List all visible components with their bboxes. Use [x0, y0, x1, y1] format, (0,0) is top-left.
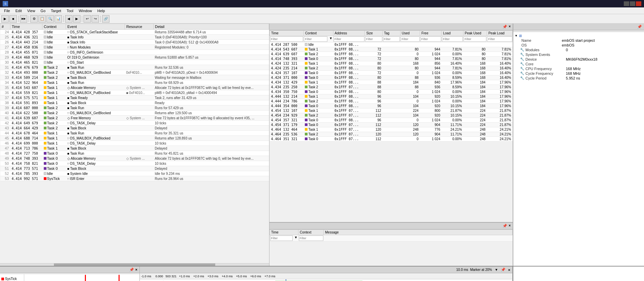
toolbar-btn-2[interactable]: ■	[9, 15, 17, 23]
heap-filter-load[interactable]	[442, 36, 463, 42]
heap-row[interactable]: 4.444 354 000 Task 0 0x1FFF 08... 96 104…	[270, 104, 513, 108]
heap-row[interactable]: 4.464 351 321 Task 0 0x1FFF 07... 112 0 …	[270, 137, 513, 142]
heap-filter-time[interactable]	[270, 36, 303, 42]
event-row[interactable]: 52 4.414 785 393 Idle ■ System Idle Idle…	[0, 171, 269, 176]
heap-filter-tag[interactable]	[383, 36, 400, 42]
toolbar-btn-5[interactable]: 📋	[38, 15, 46, 23]
heap-filter-free[interactable]	[420, 36, 441, 42]
event-row[interactable]: 33 4.414 509 214 Task 2 ■ Task Block Wai…	[0, 75, 269, 80]
event-row[interactable]: 28 4.414 455 071 Idle ↑ OS_INFO_GetVersi…	[0, 50, 269, 55]
toolbar-btn-12[interactable]: 🔗	[102, 15, 109, 23]
event-row[interactable]: 26 4.414 443 214 Idle ■ Stack Info Task …	[0, 40, 269, 45]
event-row[interactable]: 39 4.414 607 000 Task 2 ■ Task Run Runs …	[0, 105, 269, 111]
terminal-pin-icon[interactable]: 📌	[503, 224, 507, 228]
heap-row[interactable]: 4.424 371 000 Task 0 0x1FFF 08... 80 88 …	[270, 75, 513, 80]
heap-row[interactable]: 4.444 132 214 Task 1 0x1FFF 08... 96 104…	[270, 94, 513, 99]
event-row[interactable]: 27 4.414 450 036 Idle ↑ Num Modules Regi…	[0, 45, 269, 50]
timeline-pin[interactable]: 📌	[501, 268, 506, 272]
system-pin-icon[interactable]: 📌	[637, 25, 642, 29]
heap-row[interactable]: 4.424 235 214 Task 2 0x1FFF 08... 80 80 …	[270, 66, 513, 71]
heap-row[interactable]: 4.454 371 179 Task 0 0x1FFF 07... 112 12…	[270, 123, 513, 127]
event-row[interactable]: 36 4.414 559 821 Task 1 ↑ OS_MAILBOX_Put…	[0, 90, 269, 95]
menu-item-file[interactable]: File	[1, 8, 13, 13]
heap-row[interactable]: 4.424 357 107 Task 0 0x1FFF 08... 72 0 1…	[270, 71, 513, 75]
heap-pin-icon[interactable]: 📌	[503, 25, 507, 29]
menu-item-help[interactable]: Help	[95, 8, 108, 13]
event-row[interactable]: 30 4.414 465 821 Idle ↑ OS_Start	[0, 60, 269, 65]
heap-filter-size[interactable]	[365, 36, 382, 42]
heap-row[interactable]: 4.414 748 393 Task 0 0x1FFF 08... 72 80 …	[270, 57, 513, 61]
event-row[interactable]: 40 4.414 622 500 Task 2 ↑ OS_MAILBOX_Get…	[0, 111, 269, 116]
heap-filter-pkload[interactable]	[487, 36, 512, 42]
events-hscroll[interactable]	[0, 263, 269, 266]
heap-row[interactable]: 4.464 132 464 Task 1 0x1FFF 07... 120 24…	[270, 127, 513, 132]
event-row[interactable]: 37 4.414 575 571 Task 1 ■ Task Ready Tas…	[0, 95, 269, 100]
toolbar-btn-11[interactable]: ↪	[92, 15, 99, 23]
toolbar-btn-7[interactable]: 📊	[55, 15, 62, 23]
event-row[interactable]: 42 4.414 649 679 Task 2 ↑ OS_TASK_Delay …	[0, 121, 269, 126]
heap-row[interactable]: 4.424 132 321 Task 1 0x1FFF 08... 80 168…	[270, 61, 513, 66]
timeline-close[interactable]: ×	[508, 268, 510, 272]
target-system-item[interactable]: ▼ 🖥	[515, 33, 643, 38]
toolbar-btn-1[interactable]: ▶	[1, 15, 9, 23]
event-row[interactable]: 29 4.414 460 929 Idle O! 319 D_GetVersio…	[0, 55, 269, 60]
event-row[interactable]: 43 4.414 664 429 Task 2 ■ Task Block Del…	[0, 126, 269, 131]
terminal-close-button[interactable]: ×	[509, 224, 511, 228]
toolbar-btn-10[interactable]: ↩	[84, 15, 91, 23]
close-button[interactable]	[636, 1, 641, 6]
menu-item-edit[interactable]: Edit	[13, 8, 25, 13]
event-row[interactable]: 24 4.414 428 357 Idle ↑ OS_STACK_GetTask…	[0, 30, 269, 35]
menu-item-view[interactable]: View	[25, 8, 38, 13]
heap-row[interactable]: 4.444 234 786 Task 2 0x1FFF 08... 96 0 1…	[270, 99, 513, 104]
heap-row[interactable]: 4.454 357 321 Task 0 0x1FFF 08... 96 0 1…	[270, 118, 513, 123]
heap-row[interactable]: 4.414 639 607 Task 2 0x1FFF 08... 72 0 1…	[270, 52, 513, 57]
event-row[interactable]: 34 4.414 522 964 Task 1 ■ Task Run Runs …	[0, 80, 269, 85]
toolbar-btn-8[interactable]: ◀	[65, 15, 72, 23]
cpu-load-close[interactable]: ×	[135, 268, 137, 272]
event-row[interactable]: 32 4.414 493 000 Task 2 ↑ OS_MAILBOX_Get…	[0, 70, 269, 75]
heap-row[interactable]: 4.434 235 250 Task 2 0x1FFF 07... 88 88 …	[270, 85, 513, 90]
event-row[interactable]: 49 4.414 748 393 Task 0 ◇ Allocate Memor…	[0, 156, 269, 161]
minimize-button[interactable]	[624, 1, 629, 6]
event-row[interactable]: 35 4.414 543 607 Task 1 ◇ Allocate Memor…	[0, 85, 269, 90]
event-row[interactable]: 50 4.414 758 821 Task 0 ↑ OS_TASK_Delay …	[0, 161, 269, 166]
heap-filter-context[interactable]	[304, 36, 327, 42]
terminal-filter-time[interactable]	[270, 236, 293, 241]
event-row[interactable]: 44 4.414 678 464 Task 1 ■ Task Run Runs …	[0, 131, 269, 136]
menu-item-target[interactable]: Target	[48, 8, 64, 13]
toolbar-btn-3[interactable]: ▶▶	[20, 15, 27, 23]
heap-row[interactable]: 4.414 287 500 Idle 0x1FFF 08...	[270, 42, 513, 47]
event-row[interactable]: 51 4.414 773 571 Task 0 ■ Task Block Del…	[0, 166, 269, 171]
heap-filter-peak[interactable]	[463, 36, 486, 42]
terminal-filter-context[interactable]	[299, 236, 323, 241]
event-row[interactable]: 45 4.414 688 714 Task 1 ↑ OS_MAILBOX_Put…	[0, 136, 269, 141]
heap-filter-context-dropdown[interactable]: ▼	[329, 36, 332, 40]
menu-item-go[interactable]: Go	[38, 8, 48, 13]
heap-row[interactable]: 4.454 132 107 Task 1 0x1FFF 07... 112 22…	[270, 108, 513, 113]
event-row[interactable]: 46 4.414 699 000 Task 1 ↑ OS_TASK_Delay …	[0, 141, 269, 146]
menu-item-tool[interactable]: Tool	[64, 8, 76, 13]
event-row[interactable]: 53 4.414 992 571 SysTick ↑ ISR Enter Run…	[0, 176, 269, 181]
menu-item-window[interactable]: Window	[76, 8, 95, 13]
cpu-load-pin[interactable]: 📌	[129, 268, 134, 272]
toolbar-btn-9[interactable]: ▶	[73, 15, 80, 23]
terminal-table-wrap[interactable]: Time Context Message ▼	[269, 229, 513, 266]
event-row[interactable]: 41 4.414 639 607 Task 2 ◇ Free Memory ◇ …	[0, 116, 269, 121]
heap-filter-used[interactable]	[400, 36, 419, 42]
event-row[interactable]: 25 4.414 436 321 Idle ■ Task Info Task 0…	[0, 35, 269, 40]
maximize-button[interactable]	[630, 1, 635, 6]
heap-filter-address[interactable]	[333, 36, 364, 42]
event-row[interactable]: 47 4.414 713 786 Task 1 ■ Task Block Del…	[0, 146, 269, 151]
system-body[interactable]: ▼ 🖥 Name embOS start project OS embOS 🔧 …	[513, 32, 644, 266]
event-row[interactable]: 38 4.414 591 893 Task 1 ■ Task Block Rea…	[0, 100, 269, 105]
toolbar-btn-6[interactable]: 🔍	[46, 15, 54, 23]
heap-row[interactable]: 4.434 350 750 Task 0 0x1FFF 08... 80 0 1…	[270, 90, 513, 94]
heap-row[interactable]: 4.464 235 536 Task 2 0x1FFF 07... 120 12…	[270, 132, 513, 137]
heap-table-scroll[interactable]: Time Context Address Size Tag Used Free …	[269, 30, 513, 222]
timeline-dropdown[interactable]: ▼	[495, 268, 498, 272]
heap-close-button[interactable]: ×	[509, 25, 511, 29]
terminal-filter-time-dropdown[interactable]: ▼	[294, 236, 298, 239]
event-row[interactable]: 48 4.414 727 750 Task 0 ■ Task Run Runs …	[0, 151, 269, 156]
events-scroll[interactable]: # Time Context Event Resource Detail 24 …	[0, 24, 269, 263]
heap-row[interactable]: 4.454 234 929 Task 2 0x1FFF 07... 112 10…	[270, 113, 513, 118]
